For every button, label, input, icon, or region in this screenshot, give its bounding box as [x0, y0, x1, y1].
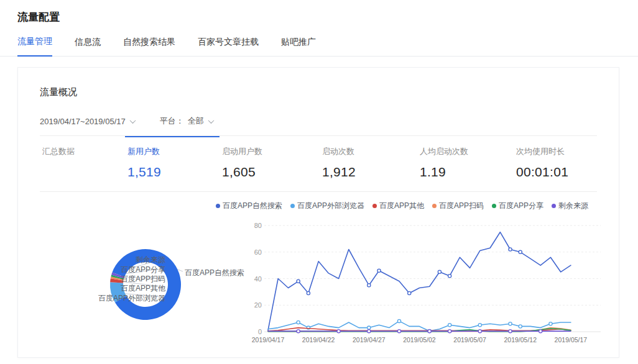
tab-tieba-promotion[interactable]: 贴吧推广 — [281, 37, 316, 56]
legend-item-baidu-app-external-browser[interactable]: 百度APP外部浏览器 — [290, 201, 364, 211]
donut-label-baidu-app-organic-search: 百度APP自然搜索 — [185, 268, 244, 278]
legend-dot-icon — [492, 204, 496, 208]
svg-text:2019/05/12: 2019/05/12 — [504, 336, 537, 344]
summary-stats-row: 汇总数据 新用户数 1,519 启动用户数 1,605 启动次数 1,912 人… — [18, 136, 619, 191]
top-nav-tabs: 流量管理 信息流 自然搜索结果 百家号文章挂载 贴吧推广 — [0, 36, 638, 57]
stat-label: 启动次数 — [322, 146, 417, 157]
stat-label: 汇总数据 — [42, 146, 125, 157]
tab-traffic-management[interactable]: 流量管理 — [17, 36, 52, 57]
donut-label-baidu-app-external-browser: 百度APP外部浏览器 — [57, 293, 165, 304]
legend-item-baidu-app-other[interactable]: 百度APP其他 — [372, 201, 424, 211]
legend-label: 百度APP自然搜索 — [223, 201, 282, 211]
stat-launch-users[interactable]: 启动用户数 1,605 — [220, 136, 320, 191]
date-range-value: 2019/04/17~2019/05/17 — [40, 117, 126, 126]
legend-item-remaining-sources[interactable]: 剩余来源 — [552, 201, 588, 211]
legend-dot-icon — [372, 204, 377, 208]
svg-text:2019/05/17: 2019/05/17 — [555, 336, 588, 344]
stat-label: 人均启动次数 — [420, 146, 514, 157]
stat-value: 1,605 — [222, 165, 320, 180]
stat-new-users[interactable]: 新用户数 1,519 — [125, 136, 220, 191]
legend-label: 百度APP扫码 — [439, 201, 484, 211]
svg-text:2019/05/07: 2019/05/07 — [453, 336, 486, 344]
legend-item-baidu-app-organic-search[interactable]: 百度APP自然搜索 — [216, 201, 282, 211]
chevron-down-icon — [208, 117, 214, 124]
legend-label: 剩余来源 — [558, 201, 588, 211]
stat-avg-launches-per-user[interactable]: 人均启动次数 1.19 — [417, 136, 514, 191]
legend-label: 百度APP外部浏览器 — [297, 201, 364, 211]
legend-item-baidu-app-share[interactable]: 百度APP分享 — [492, 201, 543, 211]
svg-text:60: 60 — [254, 248, 262, 256]
tab-feed[interactable]: 信息流 — [75, 37, 101, 56]
legend-dot-icon — [290, 204, 295, 208]
traffic-overview-card: 流量概况 2019/04/17~2019/05/17 平台： 全部 汇总数据 新… — [17, 67, 619, 358]
stat-label: 新用户数 — [127, 146, 220, 157]
tab-baijiahao-article-mount[interactable]: 百家号文章挂载 — [198, 37, 259, 56]
tab-organic-search-results[interactable]: 自然搜索结果 — [123, 37, 175, 56]
svg-text:2019/04/27: 2019/04/27 — [353, 336, 386, 344]
chart-legend: 百度APP自然搜索 百度APP外部浏览器 百度APP其他 百度APP扫码 百度A… — [216, 201, 588, 211]
svg-text:40: 40 — [254, 275, 262, 283]
legend-dot-icon — [216, 204, 220, 208]
legend-label: 百度APP其他 — [379, 201, 424, 211]
donut-label-remaining-sources: 剩余来源 — [57, 255, 165, 265]
stat-avg-session-duration[interactable]: 次均使用时长 00:01:01 — [514, 136, 607, 191]
filter-bar: 2019/04/17~2019/05/17 平台： 全部 — [40, 116, 213, 127]
stat-summary-data: 汇总数据 — [40, 136, 125, 191]
stat-value: 1.19 — [420, 165, 514, 180]
stat-value: 00:01:01 — [516, 165, 607, 180]
svg-text:2019/05/02: 2019/05/02 — [403, 336, 436, 344]
legend-item-baidu-app-scan[interactable]: 百度APP扫码 — [432, 201, 484, 211]
legend-label: 百度APP分享 — [499, 201, 543, 211]
divider — [40, 191, 597, 192]
chevron-down-icon — [129, 117, 136, 124]
stat-value: 1,912 — [322, 165, 417, 180]
platform-value: 全部 — [188, 116, 204, 127]
legend-dot-icon — [432, 204, 437, 208]
stat-value: 1,519 — [127, 165, 220, 180]
panel-title: 流量概况 — [40, 86, 77, 98]
date-range-selector[interactable]: 2019/04/17~2019/05/17 — [40, 117, 135, 126]
platform-label: 平台： — [160, 116, 184, 127]
stat-label: 启动用户数 — [222, 146, 320, 157]
svg-text:2019/04/17: 2019/04/17 — [252, 336, 285, 344]
donut-label-baidu-app-other: 百度APP其他 — [57, 283, 165, 294]
svg-text:0: 0 — [258, 328, 262, 335]
page-title: 流量配置 — [17, 10, 638, 24]
svg-text:2019/04/22: 2019/04/22 — [302, 336, 335, 344]
line-chart: 0204060802019/04/172019/04/222019/04/272… — [243, 220, 616, 347]
svg-text:20: 20 — [254, 301, 262, 309]
stat-label: 次均使用时长 — [516, 146, 607, 157]
platform-selector[interactable]: 平台： 全部 — [160, 116, 213, 127]
legend-dot-icon — [552, 204, 556, 208]
stat-launch-count[interactable]: 启动次数 1,912 — [320, 136, 417, 191]
svg-text:80: 80 — [254, 222, 262, 229]
